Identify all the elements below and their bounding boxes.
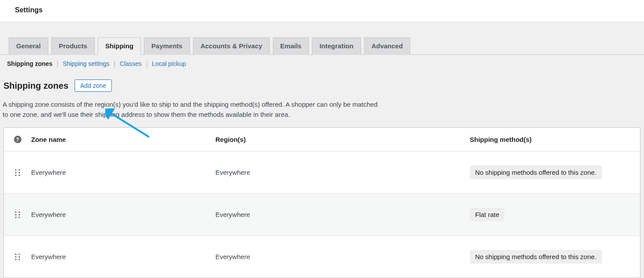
subnav-classes[interactable]: Classes — [117, 60, 144, 67]
zone-region: Everywhere — [215, 253, 470, 260]
svg-point-9 — [18, 211, 20, 213]
svg-point-14 — [15, 253, 16, 255]
section-description: A shipping zone consists of the region(s… — [0, 92, 386, 119]
section-heading: Shipping zones — [4, 81, 68, 91]
svg-point-15 — [18, 253, 20, 255]
tab-shipping[interactable]: Shipping — [98, 37, 141, 55]
drag-handle-icon[interactable] — [14, 253, 21, 261]
shipping-method-badge: No shipping methods offered to this zone… — [470, 250, 602, 264]
drag-handle-icon[interactable] — [14, 169, 21, 177]
svg-point-17 — [18, 256, 20, 257]
svg-point-4 — [15, 172, 16, 173]
svg-point-18 — [15, 259, 16, 260]
zone-region: Everywhere — [215, 169, 470, 176]
add-zone-button[interactable]: Add zone — [75, 79, 112, 92]
svg-point-13 — [18, 217, 20, 218]
shipping-subnav: Shipping zones | Shipping settings | Cla… — [0, 55, 644, 67]
svg-point-5 — [18, 172, 20, 173]
shipping-method-badge: No shipping methods offered to this zone… — [470, 166, 602, 179]
tab-integration[interactable]: Integration — [312, 37, 361, 55]
zone-name: Everywhere — [31, 211, 215, 218]
svg-point-10 — [15, 214, 16, 215]
settings-tabs: General Products Shipping Payments Accou… — [0, 22, 644, 55]
svg-point-11 — [18, 214, 20, 215]
column-zone-name: Zone name — [31, 136, 215, 143]
svg-point-16 — [15, 256, 16, 257]
table-row[interactable]: Everywhere Everywhere No shipping method… — [4, 152, 640, 194]
subnav-separator: | — [57, 60, 58, 67]
svg-point-12 — [15, 217, 16, 218]
subnav-local-pickup[interactable]: Local pickup — [149, 60, 189, 67]
svg-point-3 — [18, 169, 20, 170]
svg-point-7 — [18, 174, 20, 176]
zones-table: ? Zone name Region(s) Shipping method(s)… — [4, 127, 640, 278]
heading-row: Shipping zones Add zone — [0, 67, 644, 92]
svg-point-19 — [18, 259, 20, 260]
drag-handle-icon[interactable] — [14, 211, 21, 219]
zone-name: Everywhere — [31, 253, 215, 260]
tab-products[interactable]: Products — [51, 37, 95, 55]
svg-point-8 — [15, 211, 16, 213]
page-title: Settings — [0, 0, 644, 22]
tab-accounts-privacy[interactable]: Accounts & Privacy — [193, 37, 270, 55]
subnav-shipping-settings[interactable]: Shipping settings — [60, 60, 112, 67]
help-icon[interactable]: ? — [14, 136, 21, 143]
tab-general[interactable]: General — [9, 37, 48, 55]
tab-emails[interactable]: Emails — [273, 37, 309, 55]
zone-region: Everywhere — [215, 211, 470, 218]
subnav-separator: | — [146, 60, 148, 67]
page-body: General Products Shipping Payments Accou… — [0, 22, 644, 278]
column-shipping-methods: Shipping method(s) — [470, 136, 640, 143]
table-row[interactable]: Everywhere Everywhere No shipping method… — [4, 236, 640, 278]
svg-point-6 — [15, 174, 16, 176]
zones-table-header: ? Zone name Region(s) Shipping method(s) — [4, 128, 640, 152]
zone-name: Everywhere — [31, 169, 215, 176]
subnav-separator: | — [114, 60, 115, 67]
subnav-shipping-zones[interactable]: Shipping zones — [4, 60, 55, 67]
svg-point-2 — [15, 169, 16, 170]
table-row[interactable]: Everywhere Everywhere Flat rate — [4, 194, 640, 236]
shipping-method-badge: Flat rate — [470, 208, 504, 221]
tab-payments[interactable]: Payments — [144, 37, 190, 55]
column-regions: Region(s) — [215, 136, 470, 143]
tab-advanced[interactable]: Advanced — [364, 37, 411, 55]
